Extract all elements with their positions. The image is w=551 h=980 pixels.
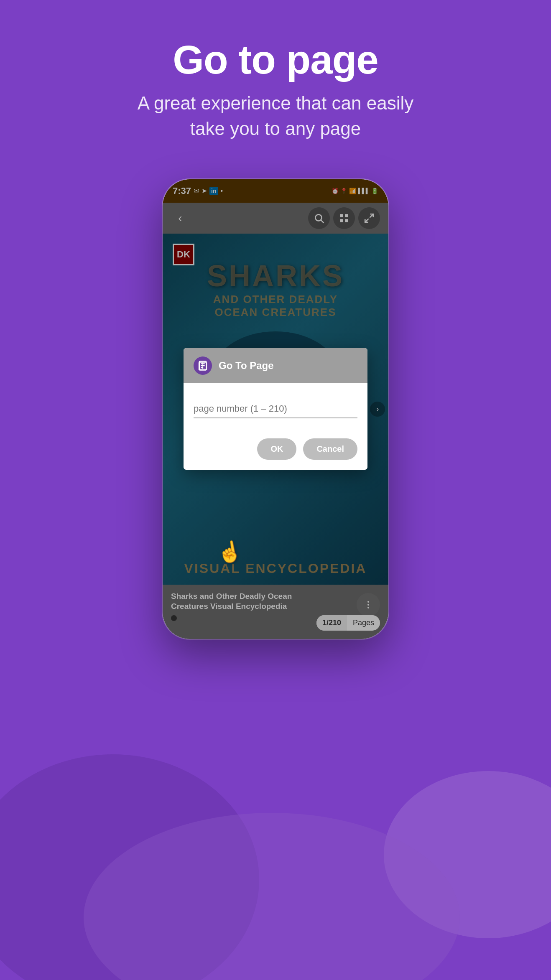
cancel-button[interactable]: Cancel xyxy=(303,438,357,460)
dialog-overlay: Go To Page OK Cancel xyxy=(163,179,388,639)
page-number-input[interactable] xyxy=(194,400,357,418)
dialog-box: Go To Page OK Cancel xyxy=(184,348,367,470)
dialog-title: Go To Page xyxy=(219,360,274,372)
ok-button[interactable]: OK xyxy=(257,438,296,460)
dialog-body xyxy=(184,383,367,428)
dialog-icon xyxy=(194,356,212,375)
header-section: Go to page A great experience that can e… xyxy=(0,0,551,167)
finger-cursor: ☝ xyxy=(215,538,244,566)
phone-screen: 7:37 ✉ ➤ in • ⏰ 📍 📶 ▌▌▌ 🔋 ‹ xyxy=(163,179,388,639)
phone-container: 7:37 ✉ ➤ in • ⏰ 📍 📶 ▌▌▌ 🔋 ‹ xyxy=(0,179,551,639)
phone-mockup: 7:37 ✉ ➤ in • ⏰ 📍 📶 ▌▌▌ 🔋 ‹ xyxy=(163,179,388,639)
dialog-buttons: OK Cancel xyxy=(184,428,367,470)
main-title: Go to page xyxy=(0,38,551,82)
dialog-header: Go To Page xyxy=(184,348,367,383)
book-dialog-icon xyxy=(197,360,209,372)
sub-title: A great experience that can easilytake y… xyxy=(108,90,443,142)
